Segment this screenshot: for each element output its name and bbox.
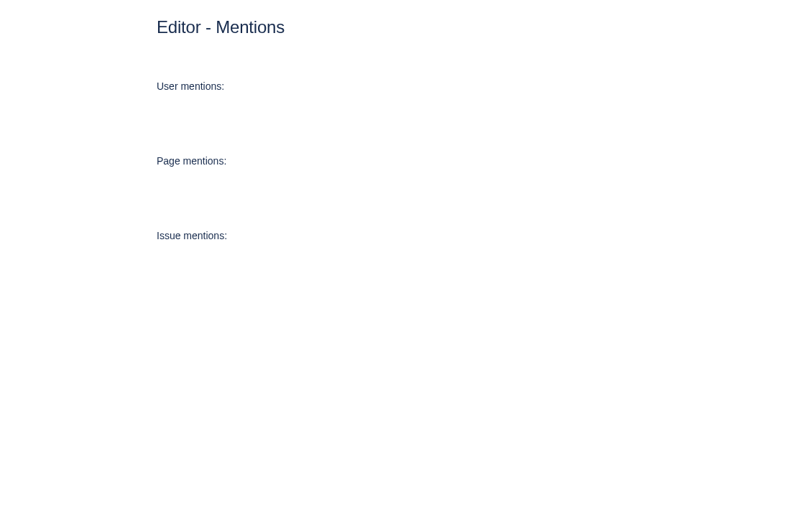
page-mentions-label: Page mentions: [157,155,812,167]
issue-mentions-label: Issue mentions: [157,230,812,241]
user-mentions-label: User mentions: [157,80,812,92]
page-title: Editor - Mentions [157,17,812,37]
main-container: Editor - Mentions User mentions: Page me… [0,0,812,241]
